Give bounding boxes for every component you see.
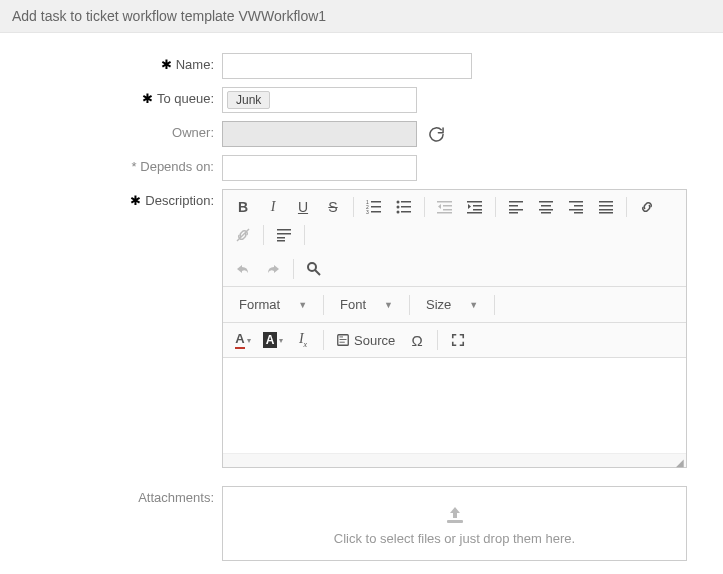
svg-rect-26: [539, 209, 553, 211]
maximize-button[interactable]: [444, 327, 472, 353]
svg-rect-21: [509, 205, 518, 207]
svg-rect-16: [467, 201, 482, 203]
bg-color-button[interactable]: A▾: [259, 327, 287, 353]
text-color-button[interactable]: A▾: [229, 327, 257, 353]
ordered-list-button[interactable]: 123: [360, 194, 388, 220]
svg-rect-17: [473, 205, 482, 207]
italic-button[interactable]: I: [259, 194, 287, 220]
refresh-icon[interactable]: [429, 127, 444, 142]
to-queue-input[interactable]: Junk: [222, 87, 417, 113]
svg-rect-44: [340, 337, 344, 338]
font-dropdown[interactable]: Font▼: [332, 293, 401, 316]
row-description: ✱Description: B I U S 123: [0, 189, 693, 468]
form: ✱Name: ✱To queue: Junk Owner: * Depends …: [0, 33, 723, 574]
editor-toolbar-2: Format▼ Font▼ Size▼: [223, 287, 686, 323]
toolbar-separator: [353, 197, 354, 217]
editor-resize-handle[interactable]: [223, 453, 686, 467]
clear-format-button[interactable]: Ix: [289, 327, 317, 353]
toolbar-separator: [293, 259, 294, 279]
svg-rect-13: [443, 205, 452, 207]
svg-rect-3: [371, 206, 381, 208]
align-center-button[interactable]: [532, 194, 560, 220]
strikethrough-button[interactable]: S: [319, 194, 347, 220]
queue-tag[interactable]: Junk: [227, 91, 270, 109]
toolbar-separator: [494, 295, 495, 315]
indent-button[interactable]: [461, 194, 489, 220]
svg-rect-46: [340, 342, 345, 343]
svg-rect-7: [401, 201, 411, 203]
svg-rect-32: [599, 201, 613, 203]
svg-rect-15: [437, 212, 452, 214]
svg-point-41: [308, 263, 316, 271]
outdent-button: [431, 194, 459, 220]
align-right-button[interactable]: [562, 194, 590, 220]
svg-rect-23: [509, 212, 518, 214]
editor-toolbar-3: A▾ A▾ Ix Source Ω: [223, 323, 686, 358]
bold-button[interactable]: B: [229, 194, 257, 220]
svg-rect-29: [574, 205, 583, 207]
svg-rect-18: [473, 209, 482, 211]
svg-rect-47: [447, 520, 463, 523]
name-input[interactable]: [222, 53, 472, 79]
align-left-button[interactable]: [502, 194, 530, 220]
toolbar-separator: [424, 197, 425, 217]
toolbar-separator: [304, 225, 305, 245]
svg-rect-35: [599, 212, 613, 214]
svg-rect-22: [509, 209, 523, 211]
svg-rect-40: [277, 240, 285, 242]
svg-rect-20: [509, 201, 523, 203]
chevron-down-icon: ▼: [298, 300, 307, 310]
link-button[interactable]: [633, 194, 661, 220]
svg-rect-27: [541, 212, 551, 214]
svg-rect-33: [599, 205, 613, 207]
label-description: ✱Description:: [0, 189, 222, 208]
size-dropdown[interactable]: Size▼: [418, 293, 486, 316]
row-to-queue: ✱To queue: Junk: [0, 87, 693, 113]
unordered-list-button[interactable]: [390, 194, 418, 220]
required-star-icon: ✱: [142, 91, 153, 106]
depends-on-input[interactable]: [222, 155, 417, 181]
format-dropdown[interactable]: Format▼: [231, 293, 315, 316]
svg-point-6: [397, 201, 400, 204]
svg-rect-31: [574, 212, 583, 214]
label-owner: Owner:: [0, 121, 222, 140]
svg-rect-30: [569, 209, 583, 211]
row-depends-on: * Depends on:: [0, 155, 693, 181]
underline-button[interactable]: U: [289, 194, 317, 220]
attachments-dropzone[interactable]: Click to select files or just drop them …: [222, 486, 687, 561]
svg-point-8: [397, 206, 400, 209]
unlink-button: [229, 222, 257, 248]
find-button[interactable]: [300, 256, 328, 282]
label-to-queue: ✱To queue:: [0, 87, 222, 106]
undo-button: [229, 256, 257, 282]
special-char-button[interactable]: Ω: [403, 327, 431, 353]
svg-rect-14: [443, 209, 452, 211]
svg-point-10: [397, 211, 400, 214]
remove-format-button[interactable]: [270, 222, 298, 248]
toolbar-separator: [323, 295, 324, 315]
toolbar-separator: [437, 330, 438, 350]
row-owner: Owner:: [0, 121, 693, 147]
svg-rect-5: [371, 211, 381, 213]
chevron-down-icon: ▼: [384, 300, 393, 310]
toolbar-separator: [626, 197, 627, 217]
page-title: Add task to ticket workflow template VWW…: [12, 8, 326, 24]
rich-text-editor: B I U S 123: [222, 189, 687, 468]
svg-rect-9: [401, 206, 411, 208]
align-justify-button[interactable]: [592, 194, 620, 220]
toolbar-separator: [495, 197, 496, 217]
svg-rect-1: [371, 201, 381, 203]
editor-toolbar-1: B I U S 123: [223, 190, 686, 287]
label-depends-on: * Depends on:: [0, 155, 222, 174]
owner-input[interactable]: [222, 121, 417, 147]
chevron-down-icon: ▼: [469, 300, 478, 310]
toolbar-separator: [263, 225, 264, 245]
redo-button: [259, 256, 287, 282]
source-button[interactable]: Source: [330, 329, 401, 352]
svg-rect-45: [340, 339, 347, 340]
toolbar-separator: [409, 295, 410, 315]
editor-content-area[interactable]: [223, 358, 686, 453]
svg-rect-24: [539, 201, 553, 203]
svg-rect-19: [467, 212, 482, 214]
svg-rect-37: [277, 229, 291, 231]
